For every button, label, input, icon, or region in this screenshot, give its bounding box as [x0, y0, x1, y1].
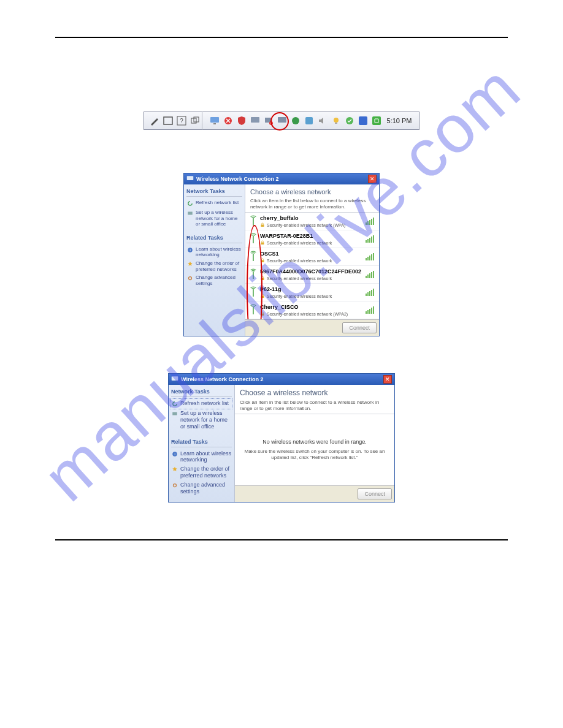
sidebar-refresh-label: Refresh network list: [180, 400, 232, 408]
svg-rect-8: [251, 117, 259, 123]
gear-icon: [171, 482, 178, 489]
sidebar-advanced-label: Change advanced settings: [180, 482, 232, 495]
tray-clock: 5:10 PM: [383, 117, 416, 124]
tray-icon-globe: [291, 116, 301, 126]
gear-icon: [186, 275, 194, 282]
svg-rect-30: [172, 376, 178, 381]
network-item[interactable]: WARPSTAR-0E28B1 Security-enabled wireles…: [245, 230, 379, 248]
sidebar-advanced[interactable]: Change advanced settings: [186, 273, 242, 287]
sidebar-order-label: Change the order of preferred networks: [196, 260, 242, 272]
sidebar-setup-label: Set up a wireless network for a home or …: [196, 210, 242, 227]
annotation-circle-tray: [270, 112, 289, 131]
system-tray: ? 5:10 PM: [144, 112, 420, 130]
svg-rect-17: [359, 116, 367, 125]
titlebar-icon: [186, 175, 194, 183]
svg-text:i: i: [190, 248, 190, 252]
sidebar-order[interactable]: Change the order of preferred networks: [171, 464, 232, 480]
titlebar: Wireless Network Connection 2 ✕: [184, 173, 379, 184]
svg-rect-0: [164, 117, 172, 124]
tray-separator: [202, 112, 205, 130]
signal-icon: [366, 289, 374, 296]
svg-rect-6: [213, 123, 216, 124]
network-item[interactable]: Cherry_CISCO Security-enabled wireless n…: [245, 301, 379, 319]
sidebar-order-label: Change the order of preferred networks: [180, 466, 232, 479]
tray-icon-display: [250, 116, 260, 126]
network-security: Security-enabled wireless network: [267, 241, 332, 245]
svg-rect-13: [305, 117, 313, 124]
tray-icon-device: [304, 116, 314, 126]
sidebar-advanced-label: Change advanced settings: [196, 275, 242, 286]
network-name: WARPSTAR-0E28B1: [260, 233, 374, 239]
sidebar-refresh[interactable]: Refresh network list: [186, 199, 242, 208]
signal-icon: [366, 306, 374, 314]
empty-line2: Make sure the wireless switch on your co…: [241, 449, 388, 461]
sidebar-setup[interactable]: Set up a wireless network for a home or …: [171, 409, 232, 431]
connect-button[interactable]: Connect: [358, 488, 392, 499]
sidebar-header-related: Related Tasks: [186, 233, 242, 243]
svg-point-23: [189, 277, 192, 280]
svg-text:?: ?: [180, 118, 183, 124]
main-subtext: Click an item in the list below to conne…: [235, 398, 394, 414]
tray-icon-app: [358, 116, 368, 126]
network-security: Security-enabled wireless network: [267, 276, 332, 281]
window-wireless-empty: Wireless Network Connection 2 ✕ Network …: [168, 373, 395, 502]
network-name: P62-11g: [260, 286, 374, 292]
info-icon: i: [171, 450, 178, 458]
network-security: Security-enabled wireless network (WPA2): [267, 312, 348, 316]
svg-rect-5: [210, 117, 219, 123]
sidebar-header-related: Related Tasks: [171, 438, 232, 447]
network-security: Security-enabled wireless network (WPA): [267, 223, 345, 227]
titlebar-icon: [171, 375, 178, 384]
network-name: Cherry_CISCO: [260, 304, 374, 310]
network-item[interactable]: cherry_buffalo Security-enabled wireless…: [245, 213, 379, 230]
network-item[interactable]: P62-11g Security-enabled wireless networ…: [245, 284, 379, 301]
sidebar-learn-label: Learn about wireless networking: [180, 450, 232, 464]
sidebar-refresh[interactable]: Refresh network list: [171, 399, 232, 409]
empty-state: No wireless networks were found in range…: [235, 414, 394, 485]
signal-icon: [366, 271, 374, 278]
tray-icon-expand: [372, 116, 381, 126]
svg-rect-15: [335, 123, 337, 124]
svg-rect-31: [172, 412, 177, 415]
tray-icon-safely-remove: [345, 116, 354, 126]
network-security: Security-enabled wireless network: [267, 259, 332, 263]
main-panel: Choose a wireless network Click an item …: [245, 184, 379, 336]
sidebar-learn-label: Learn about wireless networking: [196, 246, 242, 258]
svg-rect-24: [261, 225, 264, 227]
network-item[interactable]: OSCS1 Security-enabled wireless network: [245, 248, 379, 266]
tray-icon-volume: [318, 116, 327, 126]
tray-icon-error: [223, 116, 233, 126]
signal-icon: [366, 218, 374, 225]
tray-icon-bulb: [331, 116, 341, 126]
sidebar-learn[interactable]: i Learn about wireless networking: [186, 245, 242, 259]
page-rule-top: [55, 37, 508, 38]
titlebar-text: Wireless Network Connection 2: [181, 376, 263, 382]
taskbar-figure: ? 5:10 PM: [55, 112, 508, 130]
sidebar-setup[interactable]: Set up a wireless network for a home or …: [186, 208, 242, 229]
network-name: cherry_buffalo: [260, 215, 374, 221]
connect-button[interactable]: Connect: [342, 322, 377, 333]
refresh-icon: [171, 400, 178, 408]
main-subtext: Click an item in the list below to conne…: [245, 197, 379, 212]
network-security: Security-enabled wireless network: [267, 294, 332, 298]
titlebar-text: Wireless Network Connection 2: [196, 176, 278, 182]
sidebar-header-tasks: Network Tasks: [186, 187, 242, 197]
sidebar-order[interactable]: Change the order of preferred networks: [186, 259, 242, 273]
sidebar-refresh-label: Refresh network list: [196, 200, 242, 207]
main-heading: Choose a wireless network: [235, 385, 394, 398]
tray-icon-monitor: [210, 116, 220, 126]
sidebar-setup-label: Set up a wireless network for a home or …: [180, 410, 232, 430]
sidebar-learn[interactable]: i Learn about wireless networking: [171, 449, 232, 465]
window-wireless-list: Wireless Network Connection 2 ✕ Network …: [183, 173, 380, 336]
svg-rect-25: [261, 243, 264, 245]
network-item[interactable]: 5967F0A44000D076C7012C24FFDE002 Security…: [245, 266, 379, 284]
tray-icon-window: [163, 116, 173, 126]
close-button[interactable]: ✕: [368, 175, 377, 183]
sidebar-advanced[interactable]: Change advanced settings: [171, 480, 232, 496]
signal-icon: [366, 235, 374, 243]
button-bar: Connect: [245, 319, 379, 336]
close-button[interactable]: ✕: [383, 375, 392, 384]
setup-icon: [186, 210, 194, 217]
main-heading: Choose a wireless network: [245, 184, 379, 197]
signal-icon: [366, 253, 374, 260]
